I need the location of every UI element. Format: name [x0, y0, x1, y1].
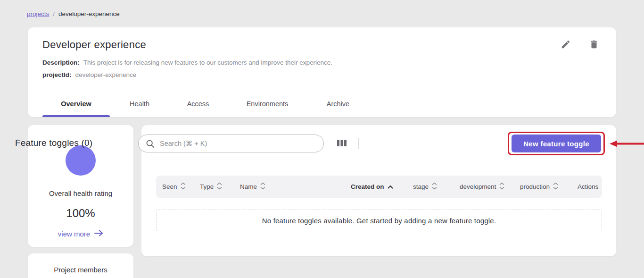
column-selector-button[interactable]	[335, 137, 349, 150]
annotation-highlight-box: New feature toggle	[508, 132, 605, 155]
project-page: projects / developer-experience Develope…	[0, 0, 644, 278]
column-header-name[interactable]: Name	[240, 182, 351, 191]
tab-health[interactable]: Health	[110, 90, 169, 117]
breadcrumb-separator: /	[53, 10, 55, 17]
breadcrumb: projects / developer-experience	[27, 10, 120, 17]
column-header-stage[interactable]: stage	[413, 182, 460, 191]
project-members-title: Project members	[54, 266, 107, 278]
health-rating-title: Overall health rating	[49, 189, 112, 197]
toolbar-divider	[358, 138, 359, 149]
project-id-label: projectId:	[42, 71, 72, 78]
delete-project-button[interactable]	[586, 37, 602, 53]
project-id-value: developer-experience	[75, 71, 137, 78]
description-value: This project is for releasing new featur…	[83, 59, 332, 66]
tab-environments[interactable]: Environments	[227, 90, 308, 117]
health-rating-circle	[66, 145, 96, 176]
sort-chevrons-icon	[260, 182, 265, 191]
description-label: Description:	[42, 59, 80, 66]
project-members-card: Project members	[28, 253, 133, 278]
search-box	[138, 135, 324, 152]
sort-chevrons-icon	[553, 182, 558, 191]
arrow-right-icon	[94, 230, 103, 238]
project-tabs: Overview Health Access Environments Arch…	[28, 90, 616, 117]
trash-icon	[589, 39, 599, 51]
column-selector-icon	[336, 138, 347, 150]
empty-state-row: No feature toggles available. Get starte…	[156, 210, 602, 231]
column-header-actions: Actions	[578, 183, 598, 190]
column-header-created-on[interactable]: Created on	[351, 183, 413, 190]
health-rating-value: 100%	[66, 207, 95, 220]
feature-toggles-title: Feature toggles (0)	[15, 138, 92, 148]
chevron-up-icon	[388, 183, 393, 190]
tab-access[interactable]: Access	[169, 90, 227, 117]
column-header-seen[interactable]: Seen	[162, 182, 200, 191]
active-tab-indicator	[42, 115, 110, 117]
column-header-type[interactable]: Type	[200, 182, 240, 191]
view-more-link[interactable]: view more	[58, 230, 103, 238]
sort-chevrons-icon	[499, 182, 504, 191]
tab-archive[interactable]: Archive	[308, 90, 368, 117]
pencil-icon	[561, 39, 571, 51]
edit-project-button[interactable]	[558, 37, 574, 53]
toggles-table-header: Seen Type Name Created on stage developm…	[156, 176, 602, 198]
sort-chevrons-icon	[181, 182, 186, 191]
column-header-development[interactable]: development	[460, 182, 520, 191]
search-input[interactable]	[160, 140, 323, 147]
project-header-card: Developer experience Description: This p…	[28, 27, 616, 117]
breadcrumb-current: developer-experience	[58, 10, 120, 17]
sort-chevrons-icon	[432, 182, 437, 191]
empty-state-message: No feature toggles available. Get starte…	[262, 217, 496, 225]
breadcrumb-link-projects[interactable]: projects	[27, 10, 49, 17]
tab-overview[interactable]: Overview	[42, 90, 110, 117]
sort-chevrons-icon	[217, 182, 222, 191]
page-title: Developer experience	[42, 39, 602, 51]
new-feature-toggle-button[interactable]: New feature toggle	[512, 135, 601, 152]
magnifier-icon	[145, 139, 155, 149]
view-more-label: view more	[58, 230, 90, 238]
column-header-production[interactable]: production	[520, 182, 578, 191]
annotation-arrow-left-icon	[610, 140, 644, 148]
